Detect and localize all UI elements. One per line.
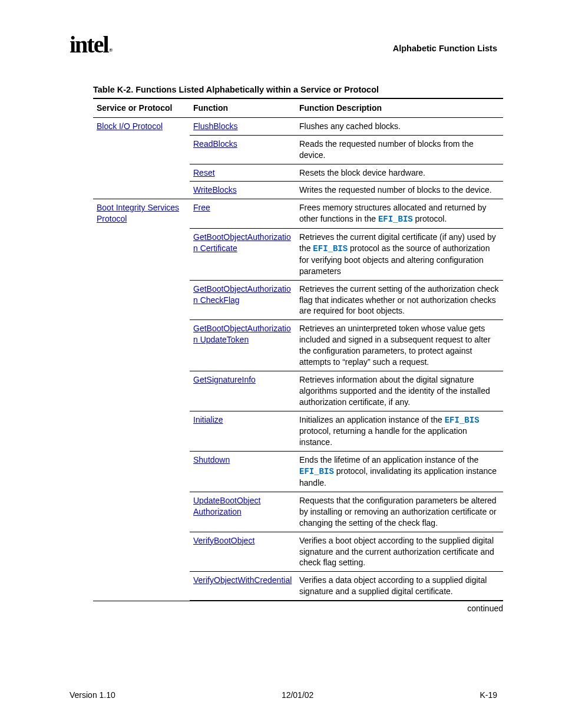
function-cell: WriteBlocks — [190, 182, 296, 199]
table-header-row: Service or Protocol Function Function De… — [93, 98, 503, 117]
function-link[interactable]: UpdateBootObject Authorization — [193, 496, 260, 516]
description-cell: Flushes any cached blocks. — [296, 117, 503, 135]
function-link[interactable]: GetBootObjectAuthorization CheckFlag — [193, 284, 291, 305]
description-cell: Requests that the configuration paramete… — [296, 492, 503, 532]
function-link[interactable]: VerifyObjectWithCredential — [193, 575, 292, 585]
function-cell: Free — [190, 199, 296, 229]
description-cell: Initializes an application instance of t… — [296, 411, 503, 452]
function-cell: Initialize — [190, 411, 296, 452]
description-cell: Retrieves information about the digital … — [296, 371, 503, 411]
description-cell: Reads the requested number of blocks fro… — [296, 135, 503, 164]
table-row: Block I/O ProtocolFlushBlocksFlushes any… — [93, 117, 503, 135]
section-title: Alphabetic Function Lists — [108, 33, 497, 53]
col-description: Function Description — [296, 98, 503, 117]
function-cell: UpdateBootObject Authorization — [190, 492, 296, 532]
function-cell: Shutdown — [190, 452, 296, 492]
table-row: Boot Integrity Services ProtocolFreeFree… — [93, 199, 503, 229]
function-cell: GetBootObjectAuthorization CheckFlag — [190, 280, 296, 320]
function-cell: ReadBlocks — [190, 135, 296, 164]
footer-version: Version 1.10 — [70, 690, 115, 700]
description-cell: Resets the block device hardware. — [296, 164, 503, 182]
intel-logo: intel® — [70, 33, 108, 57]
code-token: EFI_BIS — [299, 467, 334, 476]
function-link[interactable]: GetSignatureInfo — [193, 375, 256, 384]
code-token: EFI_BIS — [378, 215, 413, 224]
function-cell: VerifyObjectWithCredential — [190, 572, 296, 601]
footer-page: K-19 — [480, 690, 497, 700]
function-link[interactable]: ReadBlocks — [193, 139, 237, 149]
function-link[interactable]: VerifyBootObject — [193, 536, 254, 545]
description-cell: Verifies a data object according to a su… — [296, 572, 503, 601]
continued-label: continued — [70, 604, 503, 613]
col-service: Service or Protocol — [93, 98, 190, 117]
function-cell: VerifyBootObject — [190, 532, 296, 572]
function-link[interactable]: Initialize — [193, 415, 223, 424]
code-token: EFI_BIS — [313, 244, 348, 253]
function-link[interactable]: GetBootObjectAuthorization Certificate — [193, 232, 291, 253]
footer-date: 12/01/02 — [115, 690, 480, 700]
function-cell: GetSignatureInfo — [190, 371, 296, 411]
description-cell: Retrieves an uninterpreted token whose v… — [296, 320, 503, 371]
service-link[interactable]: Boot Integrity Services Protocol — [97, 203, 179, 223]
function-link[interactable]: Free — [193, 203, 210, 212]
service-cell: Block I/O Protocol — [93, 117, 190, 199]
service-link[interactable]: Block I/O Protocol — [97, 121, 163, 131]
function-cell: FlushBlocks — [190, 117, 296, 135]
description-cell: Retrieves the current digital certificat… — [296, 229, 503, 281]
functions-table: Service or Protocol Function Function De… — [93, 98, 503, 601]
description-cell: Verifies a boot object according to the … — [296, 532, 503, 572]
function-link[interactable]: FlushBlocks — [193, 121, 237, 131]
description-cell: Writes the requested number of blocks to… — [296, 182, 503, 199]
description-cell: Retrieves the current setting of the aut… — [296, 280, 503, 320]
function-link[interactable]: GetBootObjectAuthorization UpdateToken — [193, 324, 291, 344]
function-link[interactable]: WriteBlocks — [193, 185, 237, 195]
service-cell: Boot Integrity Services Protocol — [93, 199, 190, 601]
function-link[interactable]: Shutdown — [193, 455, 230, 465]
function-cell: GetBootObjectAuthorization UpdateToken — [190, 320, 296, 371]
function-cell: Reset — [190, 164, 296, 182]
function-link[interactable]: Reset — [193, 168, 215, 177]
function-cell: GetBootObjectAuthorization Certificate — [190, 229, 296, 281]
description-cell: Frees memory structures allocated and re… — [296, 199, 503, 229]
col-function: Function — [190, 98, 296, 117]
code-token: EFI_BIS — [445, 416, 480, 425]
page-footer: Version 1.10 12/01/02 K-19 — [70, 690, 497, 700]
description-cell: Ends the lifetime of an application inst… — [296, 452, 503, 492]
table-caption: Table K-2. Functions Listed Alphabetical… — [93, 85, 497, 94]
